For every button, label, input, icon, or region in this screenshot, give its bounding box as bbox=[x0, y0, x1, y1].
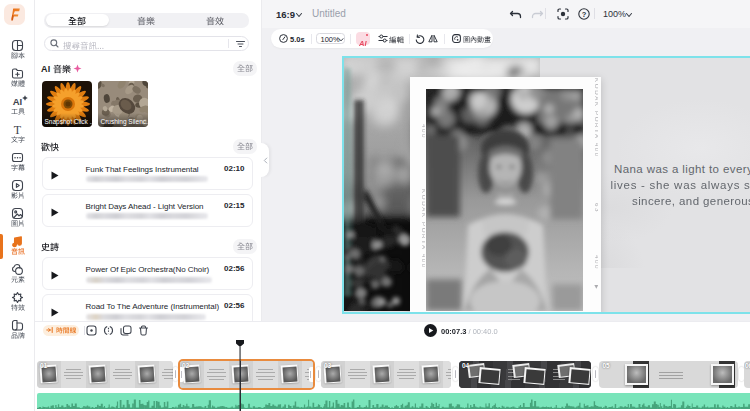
svg-text:63: 63 bbox=[594, 203, 598, 213]
svg-text:400: 400 bbox=[594, 255, 598, 270]
svg-text:▶: ▶ bbox=[594, 285, 598, 290]
svg-text:?: ? bbox=[582, 10, 587, 19]
svg-text:KODAK PORTA 400: KODAK PORTA 400 bbox=[421, 189, 425, 269]
svg-text:KODAK PORTA 400: KODAK PORTA 400 bbox=[594, 78, 598, 158]
svg-text:400: 400 bbox=[421, 124, 425, 139]
